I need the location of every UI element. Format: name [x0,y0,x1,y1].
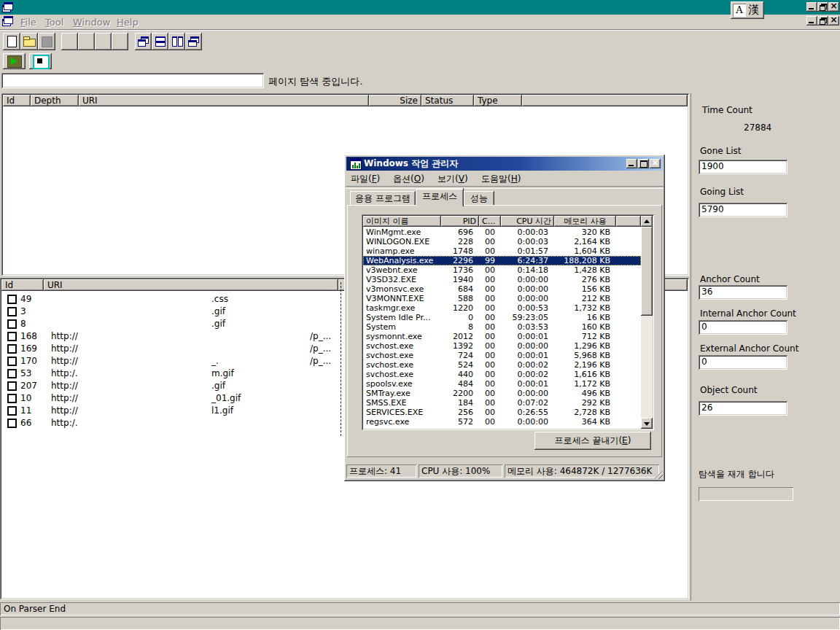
process-row[interactable]: v3webnt.exe 1736 00 0:14:18 1,428 KB [363,265,641,275]
process-row[interactable]: SMTray.exe 2200 00 0:00:00 496 KB [363,389,641,398]
col-image-name[interactable]: 이미지 이름 [363,216,441,227]
checkbox[interactable] [7,357,17,366]
stop-button[interactable] [29,53,52,69]
col-cpu-time[interactable]: CPU 시간 [501,216,554,227]
child-close-button[interactable]: × [828,16,839,26]
col-pid[interactable]: PID [441,216,479,227]
toolbar-blank-button-4[interactable] [112,33,128,50]
ime-indicator[interactable]: A 漢 [731,1,764,19]
process-row[interactable]: winamp.exe 1748 00 0:01:57 1,604 KB [363,246,641,256]
object-count-input[interactable]: 26 [699,401,788,416]
scroll-up-button[interactable] [641,216,653,227]
menu-help[interactable]: Help [117,17,139,28]
process-pid: 1736 [441,265,479,275]
progress-input[interactable] [1,73,264,88]
child-window-icon[interactable] [2,15,14,27]
anchor-count-input[interactable]: 36 [699,285,788,300]
col-memory[interactable]: 메모리 사용 [554,216,616,227]
checkbox[interactable] [7,406,17,416]
col-depth[interactable]: Depth [31,95,79,106]
going-list-input[interactable]: 5790 [699,203,788,217]
restore-button[interactable] [817,2,828,12]
checkbox[interactable] [7,332,17,341]
close-button[interactable]: × [828,2,839,12]
process-row[interactable]: svchost.exe 524 00 0:00:02 2,196 KB [363,360,641,370]
tm-menu-item[interactable]: 옵션(O) [393,173,424,185]
tile-horizontal-button[interactable] [152,33,168,50]
col-type[interactable]: Type [474,95,522,106]
checkbox[interactable] [7,419,17,428]
process-row[interactable]: svchost.exe 440 00 0:00:02 1,616 KB [363,370,641,379]
scrollbar[interactable] [641,216,653,429]
process-row[interactable]: V3SD32.EXE 1940 00 0:00:00 276 KB [363,275,641,284]
checkbox[interactable] [7,381,17,391]
col-uri[interactable]: URI [44,279,338,291]
tm-menu-item[interactable]: 파일(F) [351,173,380,185]
tm-close-button[interactable]: × [650,159,661,168]
process-row[interactable]: v3monsvc.exe 684 00 0:00:00 156 KB [363,284,641,294]
checkbox[interactable] [7,394,17,403]
task-manager-titlebar[interactable]: Windows 작업 관리자 × [346,157,663,171]
arrange-windows-button[interactable] [185,33,202,50]
minimize-button[interactable] [806,2,817,12]
internal-anchor-count-input[interactable]: 0 [699,320,788,335]
menu-window[interactable]: Window [73,17,110,28]
process-row[interactable]: taskmgr.exe 1220 00 0:00:53 1,732 KB [363,303,641,313]
save-button[interactable] [38,33,55,50]
process-row[interactable]: WinMgmt.exe 696 00 0:00:03 320 KB [363,228,641,237]
checkbox[interactable] [7,307,17,316]
col-uri[interactable]: URI [79,95,369,106]
process-row[interactable]: svchost.exe 724 00 0:00:01 5,968 KB [363,351,641,360]
toolbar-blank-button-1[interactable] [61,33,78,50]
gone-list-input[interactable]: 1900 [699,160,788,174]
end-process-button[interactable]: 프로세스 끝내기(E) [534,432,651,450]
menu-separator [346,186,664,189]
toolbar-blank-button-3[interactable] [95,33,112,50]
process-row[interactable]: System 8 00 0:03:53 160 KB [363,322,641,332]
tm-minimize-button[interactable] [626,159,637,168]
tm-maximize-button[interactable] [638,159,649,168]
process-row[interactable]: WINLOGON.EXE 228 00 0:00:03 2,164 KB [363,237,641,246]
process-name: V3SD32.EXE [363,275,441,284]
process-row[interactable]: regsvc.exe 572 00 0:00:00 364 KB [363,417,641,427]
col-status[interactable]: Status [421,95,474,106]
scroll-down-button[interactable] [641,418,653,429]
process-row[interactable]: sysmonnt.exe 2012 00 0:00:01 712 KB [363,332,641,341]
external-anchor-count-input[interactable]: 0 [699,355,788,370]
col-id[interactable]: Id [3,95,31,106]
child-minimize-button[interactable] [806,16,817,26]
process-row[interactable]: svchost.exe 1392 00 0:00:00 1,296 KB [363,341,641,351]
tab-processes[interactable]: 프로세스 [416,188,464,206]
process-row[interactable]: System Idle Pr... 0 00 59:23:05 16 KB [363,313,641,322]
process-row[interactable]: SMSS.EXE 184 00 0:07:02 292 KB [363,398,641,408]
process-row[interactable]: SERVICES.EXE 256 00 0:26:55 2,728 KB [363,408,641,417]
new-button[interactable] [3,33,20,50]
col-size[interactable]: Size [369,95,421,106]
internal-anchor-count-label: Internal Anchor Count [700,308,796,319]
process-row[interactable]: WebAnalysis.exe 2296 99 6:24:37 188,208 … [363,256,641,265]
tile-vertical-icon [171,36,182,46]
tile-vertical-button[interactable] [168,33,185,50]
checkbox[interactable] [7,295,17,304]
process-list[interactable]: 이미지 이름 PID C... CPU 시간 메모리 사용 WinMgmt.ex… [362,214,654,430]
checkbox[interactable] [7,319,17,329]
app-icon[interactable] [2,1,14,13]
tab-performance[interactable]: 성능 [464,191,494,206]
checkbox[interactable] [7,369,17,378]
tm-menu-item[interactable]: 보기(V) [438,173,468,185]
run-button[interactable] [3,53,26,69]
tm-menu-item[interactable]: 도움말(H) [481,173,521,185]
cascade-windows-button[interactable] [135,33,152,50]
col-id[interactable]: Id [1,279,44,291]
col-cpu[interactable]: C... [479,216,501,227]
open-button[interactable] [20,33,38,50]
checkbox[interactable] [7,344,17,354]
toolbar-blank-button-2[interactable] [78,33,95,50]
process-row[interactable]: spoolsv.exe 484 00 0:00:01 1,172 KB [363,379,641,389]
child-restore-button[interactable] [817,16,828,26]
tab-applications[interactable]: 응용 프로그램 [350,191,416,206]
scrollbar-thumb[interactable] [641,227,653,316]
menu-file[interactable]: File [20,17,36,28]
process-row[interactable]: V3MONNT.EXE 588 00 0:00:00 212 KB [363,294,641,303]
menu-tool[interactable]: Tool [45,17,63,28]
